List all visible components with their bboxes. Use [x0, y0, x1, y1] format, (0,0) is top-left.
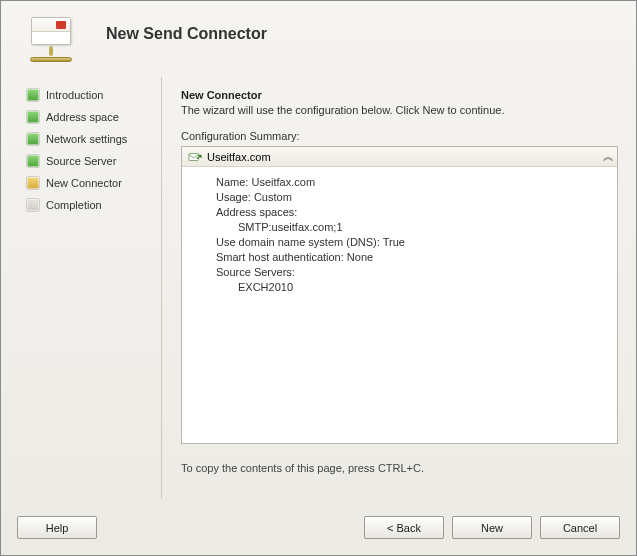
page-title: New Connector — [181, 89, 618, 101]
connector-name: Useitfax.com — [207, 151, 271, 163]
connector-icon — [188, 150, 202, 164]
summary-details: Name: Useitfax.com Usage: Custom Address… — [182, 167, 617, 303]
page-description: The wizard will use the configuration be… — [181, 104, 618, 116]
pending-step-icon — [27, 199, 39, 211]
wizard-footer: Help < Back New Cancel — [1, 499, 636, 555]
summary-header-row[interactable]: Useitfax.com ︽ — [182, 147, 617, 167]
collapse-chevron-icon[interactable]: ︽ — [603, 149, 611, 164]
wizard-content: Introduction Address space Network setti… — [1, 77, 636, 499]
step-introduction: Introduction — [27, 89, 155, 101]
check-icon — [27, 133, 39, 145]
wizard-title: New Send Connector — [106, 25, 267, 43]
step-label: Source Server — [46, 155, 116, 167]
wizard-header: New Send Connector — [1, 1, 636, 73]
check-icon — [27, 155, 39, 167]
step-label: Address space — [46, 111, 119, 123]
detail-row: Use domain name system (DNS): True — [216, 235, 617, 250]
step-label: New Connector — [46, 177, 122, 189]
check-icon — [27, 89, 39, 101]
step-source-server: Source Server — [27, 155, 155, 167]
configuration-summary-box: Useitfax.com ︽ Name: Useitfax.com Usage:… — [181, 146, 618, 444]
step-label: Introduction — [46, 89, 103, 101]
wizard-window: New Send Connector Introduction Address … — [0, 0, 637, 556]
svg-rect-0 — [189, 153, 199, 160]
back-button[interactable]: < Back — [364, 516, 444, 539]
step-completion: Completion — [27, 199, 155, 211]
detail-row: Smart host authentication: None — [216, 250, 617, 265]
step-label: Network settings — [46, 133, 127, 145]
step-address-space: Address space — [27, 111, 155, 123]
mail-icon — [21, 17, 81, 63]
detail-row-indent: EXCH2010 — [216, 280, 617, 295]
cancel-button[interactable]: Cancel — [540, 516, 620, 539]
new-button[interactable]: New — [452, 516, 532, 539]
detail-row: Usage: Custom — [216, 190, 617, 205]
detail-row: Source Servers: — [216, 265, 617, 280]
detail-row-indent: SMTP:useitfax.com;1 — [216, 220, 617, 235]
current-step-icon — [27, 177, 39, 189]
configuration-summary-label: Configuration Summary: — [181, 130, 618, 142]
vertical-separator — [161, 77, 162, 499]
detail-row: Address spaces: — [216, 205, 617, 220]
copy-hint-text: To copy the contents of this page, press… — [181, 462, 618, 474]
step-label: Completion — [46, 199, 102, 211]
step-network-settings: Network settings — [27, 133, 155, 145]
wizard-main-panel: New Connector The wizard will use the co… — [163, 77, 636, 499]
wizard-steps-sidebar: Introduction Address space Network setti… — [1, 77, 161, 499]
check-icon — [27, 111, 39, 123]
help-button[interactable]: Help — [17, 516, 97, 539]
detail-row: Name: Useitfax.com — [216, 175, 617, 190]
step-new-connector: New Connector — [27, 177, 155, 189]
